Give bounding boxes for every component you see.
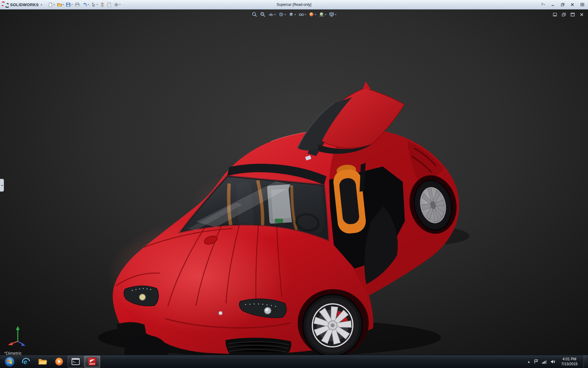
dropdown-icon[interactable]: ▾ [335,13,336,16]
windows-taskbar: e [0,355,588,368]
show-hidden-icons-button[interactable]: ▲ [527,360,530,363]
doc-restore-button[interactable] [560,12,567,17]
new-document-button[interactable]: ▾ [47,1,56,8]
app-brand: SOLIDWORKS ▸ [2,2,42,8]
restore-icon [561,3,565,6]
doc-maximize-icon [571,13,575,17]
doc-minimize-button[interactable] [552,12,558,17]
help-button[interactable]: ? ▾ [539,2,547,8]
zoom-to-area-icon [260,12,266,17]
zoom-to-fit-icon [252,12,257,17]
edit-appearance-icon [309,12,314,17]
dropdown-icon[interactable]: ▾ [119,3,121,6]
heads-up-view-toolbar: ▾ ▾ ▾ [251,11,337,18]
system-tray: ▲ 4:01 PM 7/13/2015 [527,355,588,368]
action-center-icon[interactable] [534,359,538,364]
edit-appearance-button[interactable]: ▾ [308,11,317,18]
graphics-area[interactable]: ▾ ▾ ▾ [0,10,588,355]
file-properties-button[interactable] [106,1,112,8]
zoom-to-area-button[interactable] [259,11,266,18]
rebuild-button[interactable] [99,1,106,8]
solidworks-logo-icon [2,2,9,8]
new-document-icon [48,2,53,7]
clock-date: 7/13/2015 [561,362,578,366]
taskbar-item-solidworks[interactable]: 2015 [84,356,100,368]
help-label: ? [541,2,543,7]
minimize-icon [551,3,555,6]
section-view-button[interactable]: ▾ [267,11,277,18]
print-icon [75,2,80,7]
dropdown-icon[interactable]: ▾ [96,3,98,6]
document-window-controls [552,12,585,17]
hood-badge [219,311,222,315]
save-button[interactable]: ▾ [65,1,74,8]
feature-panel-tab[interactable]: ◂ [0,179,4,192]
print-button[interactable] [74,1,81,8]
rebuild-icon [100,2,105,7]
dropdown-icon[interactable]: ▾ [71,3,73,6]
close-icon [571,3,574,6]
minimize-button[interactable] [549,2,557,8]
system-clock[interactable]: 4:01 PM 7/13/2015 [559,357,580,366]
select-button[interactable]: ▾ [90,1,99,8]
section-view-icon [268,12,274,17]
view-orientation-button[interactable]: ▾ [277,11,287,18]
folder-icon [38,357,47,366]
options-button[interactable]: ▾ [113,1,122,8]
open-button[interactable]: ▾ [56,1,65,8]
doc-maximize-button[interactable] [569,12,576,17]
taskbar-item-file-explorer[interactable] [35,356,51,368]
svg-text:e: e [24,358,27,365]
select-cursor-icon [91,2,96,7]
close-button[interactable] [568,2,576,8]
view-orientation-icon [278,12,284,17]
options-gear-icon [114,2,119,7]
network-icon[interactable] [542,359,547,364]
open-folder-icon [57,2,62,7]
zoom-to-fit-button[interactable] [251,11,258,18]
command-prompt-icon [71,357,80,366]
menu-expand-icon[interactable]: ▸ [41,3,43,6]
document-title: Supercar [Read-only] [277,0,311,9]
dropdown-icon[interactable]: ▾ [295,13,296,16]
view-orientation-label: *Dimetric [4,351,22,355]
save-icon [66,2,71,7]
undo-icon [82,2,87,7]
model-render[interactable] [0,10,588,355]
volume-icon[interactable] [550,359,556,364]
dropdown-icon[interactable]: ▾ [305,13,306,16]
dropdown-icon[interactable]: ▾ [63,3,64,6]
panes-button[interactable] [578,2,586,8]
restore-button[interactable] [559,2,567,8]
desktop-screen: SOLIDWORKS ▸ ▾ ▾ [0,0,588,368]
dropdown-icon[interactable]: ▾ [54,3,55,6]
dropdown-icon[interactable]: ▾ [88,3,89,6]
hide-show-items-icon [299,12,304,17]
dropdown-icon[interactable]: ▾ [285,13,286,16]
undo-button[interactable]: ▾ [81,1,90,8]
start-button[interactable] [2,356,17,368]
display-style-button[interactable]: ▾ [288,11,297,18]
hide-show-items-button[interactable]: ▾ [298,11,307,18]
doc-close-icon [580,13,584,17]
svg-text:2015: 2015 [89,362,95,365]
brand-name: SOLIDWORKS [10,2,39,7]
taskbar-item-media-player[interactable] [51,356,67,368]
window-controls: ? ▾ [539,2,586,8]
file-properties-icon [107,2,111,7]
dropdown-icon[interactable]: ▾ [315,13,316,16]
dropdown-icon[interactable]: ▾ [325,13,326,16]
view-settings-icon [329,12,334,17]
dropdown-icon[interactable]: ▾ [544,3,545,6]
car-model[interactable] [107,81,462,355]
app-titlebar: SOLIDWORKS ▸ ▾ ▾ [0,0,588,10]
view-settings-button[interactable]: ▾ [328,11,337,18]
apply-scene-button[interactable]: ▾ [318,11,327,18]
standard-toolbar: ▾ ▾ ▾ [47,1,121,8]
dropdown-icon[interactable]: ▾ [274,13,276,16]
panel-collapse-icon: ◂ [1,184,3,187]
doc-close-button[interactable] [578,12,585,17]
taskbar-item-internet-explorer[interactable]: e [18,356,34,368]
taskbar-item-command-prompt[interactable] [68,356,84,368]
show-desktop-button[interactable] [583,355,587,368]
